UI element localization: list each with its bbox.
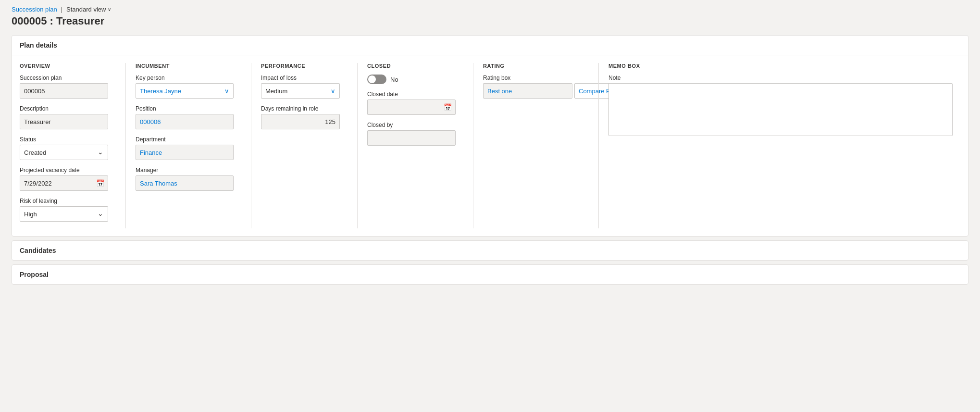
performance-column: PERFORMANCE Impact of loss Medium ∨ Days… [261,63,347,136]
days-remaining-label: Days remaining in role [261,105,340,112]
description-label: Description [20,105,108,112]
manager-field: Manager [136,167,234,191]
succession-plan-input[interactable] [20,83,108,99]
closed-date-wrapper: 📅 [367,100,456,115]
incumbent-column: INCUMBENT Key person Theresa Jayne ∨ Pos… [136,63,241,198]
position-label: Position [136,105,234,112]
closed-toggle-row: Closed [367,63,456,69]
risk-select-wrapper: High Medium Low [20,206,108,222]
plan-details-card: Plan details OVERVIEW Succession plan De… [12,35,968,237]
status-field: Status Created Active Closed [20,136,108,160]
note-textarea[interactable] [608,83,953,136]
status-select-wrapper: Created Active Closed [20,145,108,160]
overview-label: OVERVIEW [20,63,108,69]
performance-label: PERFORMANCE [261,63,340,69]
divider-5 [598,63,599,228]
key-person-dropdown-field[interactable]: Theresa Jayne ∨ [136,83,234,99]
key-person-label: Key person [136,75,234,81]
succession-plan-label: Succession plan [20,75,108,81]
closed-date-label: Closed date [367,91,456,98]
closed-date-input[interactable] [367,100,456,115]
candidates-title: Candidates [20,247,56,254]
projected-vacancy-input[interactable] [20,175,108,191]
memo-box-col-label: MEMO BOX [608,63,953,69]
overview-column: OVERVIEW Succession plan Description Sta… [20,63,116,228]
projected-vacancy-label: Projected vacancy date [20,167,108,174]
impact-chevron: ∨ [331,87,335,95]
manager-label: Manager [136,167,234,174]
impact-of-loss-label: Impact of loss [261,75,340,81]
days-remaining-field: Days remaining in role [261,105,340,129]
position-input[interactable] [136,114,234,129]
rating-column: RATING Rating box Compare PP ∨ [483,63,589,105]
rating-row: Compare PP ∨ [483,83,581,99]
proposal-header[interactable]: Proposal [12,265,968,284]
candidates-card: Candidates [12,240,968,261]
breadcrumb: Succession plan | Standard view ∨ [12,6,968,13]
key-person-chevron: ∨ [224,87,229,95]
breadcrumb-separator: | [61,6,62,13]
risk-of-leaving-label: Risk of leaving [20,198,108,204]
rating-box-label: Rating box [483,75,581,81]
note-field: Note [608,75,953,137]
closed-by-input[interactable] [367,130,456,146]
rating-col-label: RATING [483,63,581,69]
department-field: Department [136,136,234,160]
description-input[interactable] [20,114,108,129]
rating-box-field: Rating box Compare PP ∨ [483,75,581,99]
incumbent-label: INCUMBENT [136,63,234,69]
position-field: Position [136,105,234,129]
breadcrumb-link[interactable]: Succession plan [12,6,57,13]
divider-1 [125,63,126,228]
status-select[interactable]: Created Active Closed [20,145,108,160]
divider-4 [473,63,473,228]
impact-dropdown-field[interactable]: Medium ∨ [261,83,340,99]
key-person-dropdown[interactable]: Theresa Jayne ∨ [136,83,234,99]
memo-box-column: MEMO BOX Note [608,63,960,144]
succession-plan-field: Succession plan [20,75,108,99]
closed-toggle-text: No [390,76,398,83]
chevron-down-icon: ∨ [108,7,111,12]
closed-by-label: Closed by [367,122,456,128]
breadcrumb-view[interactable]: Standard view ∨ [66,6,111,13]
manager-input[interactable] [136,175,234,191]
department-input[interactable] [136,145,234,160]
description-field: Description [20,105,108,129]
days-remaining-input[interactable] [261,114,340,129]
impact-of-loss-field: Impact of loss Medium ∨ [261,75,340,99]
projected-vacancy-field: Projected vacancy date 📅 [20,167,108,191]
page-title: 000005 : Treasurer [12,15,968,27]
candidates-header[interactable]: Candidates [12,241,968,260]
rating-input[interactable] [483,83,572,99]
plan-details-header: Plan details [12,36,968,55]
closed-column: Closed No Closed date 📅 Clo [367,63,463,152]
impact-dropdown[interactable]: Medium ∨ [261,83,340,99]
note-label: Note [608,75,953,81]
divider-2 [251,63,251,228]
key-person-value: Theresa Jayne [140,87,181,95]
closed-toggle-container: No [367,75,456,84]
closed-by-field: Closed by [367,122,456,146]
divider-3 [357,63,358,228]
closed-date-field: Closed date 📅 [367,91,456,115]
key-person-field: Key person Theresa Jayne ∨ [136,75,234,99]
status-label: Status [20,136,108,143]
closed-label: Closed [367,63,391,69]
proposal-card: Proposal [12,264,968,285]
department-label: Department [136,136,234,143]
risk-select[interactable]: High Medium Low [20,206,108,222]
projected-vacancy-date-wrapper: 📅 [20,175,108,191]
proposal-title: Proposal [20,271,49,278]
risk-of-leaving-field: Risk of leaving High Medium Low [20,198,108,222]
impact-value: Medium [265,87,287,95]
plan-details-body: OVERVIEW Succession plan Description Sta… [12,55,968,236]
closed-toggle[interactable] [367,75,386,84]
